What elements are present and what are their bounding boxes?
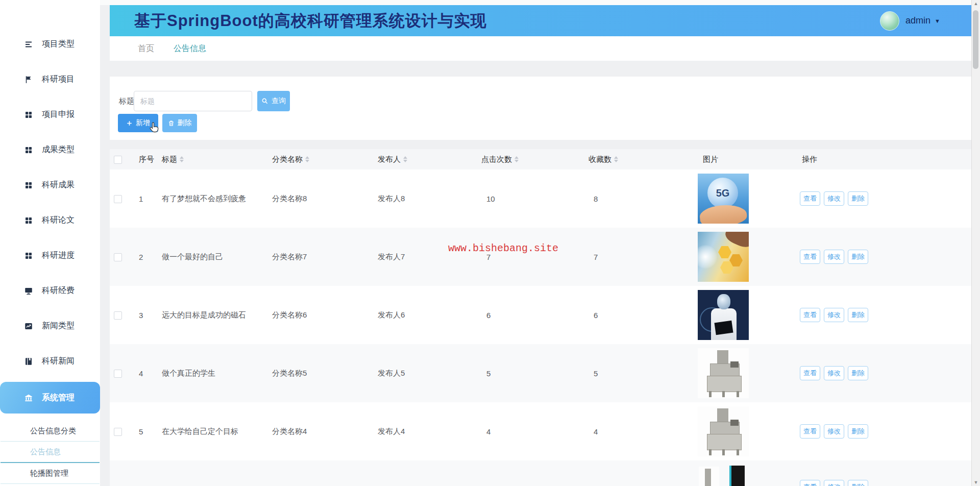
- scrollbar[interactable]: ▲ ▼: [971, 0, 980, 486]
- row-actions: 查看修改删除: [800, 424, 872, 439]
- row-actions: 查看修改删除: [800, 366, 872, 380]
- view-row-button[interactable]: 查看: [800, 424, 820, 439]
- sort-caret-icon[interactable]: [180, 156, 184, 162]
- chevron-down-icon: ▼: [935, 18, 940, 24]
- column-header[interactable]: 发布人: [378, 149, 407, 169]
- scroll-down-icon[interactable]: ▼: [972, 479, 980, 486]
- edit-row-button[interactable]: 修改: [824, 424, 844, 439]
- row-checkbox[interactable]: [114, 370, 122, 378]
- sidebar-item-label: 科研进度: [42, 250, 75, 261]
- list-icon: [23, 39, 34, 50]
- table-row-partial: 查看修改删除: [110, 460, 972, 486]
- grid-icon: [23, 110, 34, 120]
- sidebar-item-11[interactable]: 系统管理: [0, 382, 100, 414]
- watermark-text: www.bishebang.site: [448, 242, 558, 254]
- sort-caret-icon[interactable]: [614, 156, 618, 162]
- row-checkbox[interactable]: [114, 195, 122, 203]
- sidebar-subitem-2[interactable]: 公告信息: [1, 442, 100, 463]
- tab-1[interactable]: 首页: [138, 43, 154, 54]
- cell-title: 有了梦想就不会感到疲惫: [162, 169, 246, 228]
- row-thumbnail: [698, 348, 749, 398]
- sidebar-item-label: 系统管理: [42, 393, 75, 403]
- delete-row-button[interactable]: 删除: [848, 480, 868, 486]
- sidebar-item-4[interactable]: 成果类型: [0, 132, 100, 167]
- scrollbar-thumb[interactable]: [973, 10, 978, 69]
- sidebar-subitem-1[interactable]: 公告信息分类: [1, 421, 100, 442]
- select-all-checkbox[interactable]: [114, 156, 122, 164]
- top-strip: [100, 0, 980, 5]
- sidebar-item-1[interactable]: 项目类型: [0, 27, 100, 62]
- sidebar-item-9[interactable]: 新闻类型: [0, 308, 100, 344]
- grid-icon: [23, 145, 34, 155]
- sidebar-subitem-3[interactable]: 轮播图管理: [1, 463, 100, 484]
- row-checkbox[interactable]: [114, 311, 122, 320]
- row-actions: 查看修改删除: [800, 480, 872, 486]
- book-icon: [23, 356, 34, 367]
- username: admin: [905, 15, 930, 26]
- view-row-button[interactable]: 查看: [800, 308, 820, 322]
- cell-clicks: 4: [486, 402, 491, 460]
- sort-caret-icon[interactable]: [403, 156, 407, 162]
- delete-row-button[interactable]: 删除: [848, 308, 868, 322]
- table-row: 3远大的目标是成功的磁石分类名称6发布人666查看修改删除: [110, 286, 972, 345]
- cell-index: 5: [139, 402, 143, 460]
- row-thumbnail: [698, 290, 749, 340]
- sidebar-item-7[interactable]: 科研进度: [0, 238, 100, 273]
- avatar[interactable]: [880, 11, 899, 31]
- edit-row-button[interactable]: 修改: [824, 191, 844, 206]
- column-header: 操作: [802, 149, 817, 169]
- sidebar-item-10[interactable]: 科研新闻: [0, 344, 100, 379]
- cell-favorites: 7: [594, 228, 598, 286]
- search-icon: [261, 98, 268, 105]
- sidebar-item-label: 科研项目: [42, 74, 75, 85]
- cell-favorites: 8: [594, 169, 598, 228]
- edit-row-button[interactable]: 修改: [824, 480, 844, 486]
- row-actions: 查看修改删除: [800, 191, 872, 206]
- cell-category: 分类名称7: [272, 228, 307, 286]
- delete-row-button[interactable]: 删除: [848, 191, 868, 206]
- delete-row-button[interactable]: 删除: [848, 250, 868, 264]
- sidebar-item-5[interactable]: 科研成果: [0, 167, 100, 203]
- edit-row-button[interactable]: 修改: [824, 308, 844, 322]
- row-checkbox[interactable]: [114, 428, 122, 436]
- sort-caret-icon[interactable]: [514, 156, 519, 162]
- view-row-button[interactable]: 查看: [800, 250, 820, 264]
- delete-button[interactable]: 删除: [162, 114, 197, 132]
- row-thumbnail: 5G: [698, 174, 749, 224]
- query-button[interactable]: 查询: [257, 91, 290, 111]
- column-header[interactable]: 收藏数: [589, 149, 618, 169]
- table-row: 1有了梦想就不会感到疲惫分类名称8发布人81085G查看修改删除: [110, 169, 972, 228]
- row-checkbox[interactable]: [114, 253, 122, 261]
- view-row-button[interactable]: 查看: [800, 480, 820, 486]
- column-header: 图片: [703, 149, 718, 169]
- sidebar-item-6[interactable]: 科研论文: [0, 203, 100, 238]
- cell-publisher: 发布人4: [378, 402, 405, 460]
- row-actions: 查看修改删除: [800, 250, 872, 264]
- cell-category: 分类名称5: [272, 344, 307, 402]
- view-row-button[interactable]: 查看: [800, 191, 820, 206]
- delete-row-button[interactable]: 删除: [848, 424, 868, 439]
- column-header[interactable]: 分类名称: [272, 149, 309, 169]
- view-row-button[interactable]: 查看: [800, 366, 820, 380]
- sort-caret-icon[interactable]: [305, 156, 309, 162]
- row-thumbnail: [698, 406, 749, 456]
- title-search-input[interactable]: [134, 91, 252, 111]
- cell-clicks: 7: [486, 228, 491, 286]
- edit-row-button[interactable]: 修改: [824, 250, 844, 264]
- grid-icon: [23, 180, 34, 190]
- cell-clicks: 10: [486, 169, 495, 228]
- sidebar-item-label: 科研经费: [42, 285, 75, 296]
- sidebar-item-2[interactable]: 科研项目: [0, 62, 100, 97]
- edit-row-button[interactable]: 修改: [824, 366, 844, 380]
- scroll-up-icon[interactable]: ▲: [972, 0, 980, 7]
- sidebar-item-8[interactable]: 科研经费: [0, 273, 100, 308]
- sidebar-item-3[interactable]: 项目申报: [0, 97, 100, 132]
- mouse-cursor: [149, 121, 161, 135]
- delete-row-button[interactable]: 删除: [848, 366, 868, 380]
- column-header[interactable]: 点击次数: [481, 149, 519, 169]
- tab-2[interactable]: 公告信息: [174, 43, 206, 54]
- column-header[interactable]: 标题: [162, 149, 184, 169]
- user-menu[interactable]: admin ▼: [880, 5, 940, 36]
- trash-icon: [168, 120, 175, 127]
- row-thumbnail: [698, 465, 749, 486]
